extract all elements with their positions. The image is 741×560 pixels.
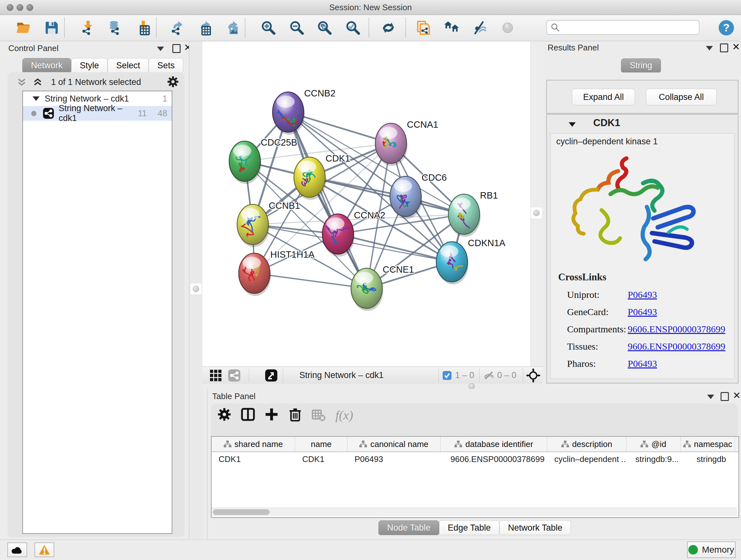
selected-checkbox-icon[interactable] — [442, 371, 452, 380]
network-row-selected[interactable]: String Network – cdk1 11 48 — [23, 106, 172, 121]
grid-view-icon[interactable] — [209, 369, 222, 382]
horizontal-splitter-handle[interactable] — [468, 383, 475, 389]
crosslink-link[interactable]: P06493 — [628, 307, 657, 317]
crosslink-row: GeneCard:P06493 — [567, 303, 730, 320]
delete-column-icon[interactable] — [288, 408, 302, 423]
network-manager-gear-icon[interactable] — [166, 75, 179, 89]
cloud-button[interactable] — [7, 543, 27, 557]
node-CCNB2[interactable]: CCNB2 — [273, 88, 335, 135]
open-in-new-window-icon[interactable] — [265, 369, 278, 382]
export-network-icon[interactable] — [168, 19, 186, 37]
open-session-icon[interactable] — [15, 19, 32, 37]
column-header-name[interactable]: name — [295, 437, 347, 451]
control-panel-collapse-icon[interactable] — [157, 47, 164, 51]
search-input[interactable] — [546, 20, 699, 35]
zoom-out-icon[interactable] — [288, 19, 306, 37]
clone-network-icon[interactable] — [414, 19, 432, 37]
node-CCNB1[interactable]: CCNB1 — [237, 200, 300, 247]
node-RB1[interactable]: RB1 — [448, 190, 498, 237]
memory-button[interactable]: Memory — [687, 542, 736, 558]
column-header-namespac[interactable]: namespac — [681, 437, 735, 451]
cell-description[interactable]: cyclin–dependent ... — [547, 454, 626, 464]
zoom-fit-content-icon[interactable] — [316, 19, 333, 37]
hidden-eye-icon[interactable] — [483, 370, 495, 381]
cell-shared-name[interactable]: CDK1 — [212, 454, 295, 464]
split-view-icon[interactable] — [241, 408, 255, 423]
cell-namespac[interactable]: stringdb — [681, 454, 735, 464]
expand-all-button[interactable]: Expand All — [572, 89, 635, 105]
node-CDC25B[interactable]: CDC25B — [229, 137, 297, 184]
tab-sets[interactable]: Sets — [149, 58, 183, 73]
network-view-canvas[interactable]: CCNB2CCNA1CDC25BCDK1CDC6RB1CCNB1CCNA2CDK… — [202, 42, 530, 367]
left-splitter[interactable] — [189, 42, 203, 539]
tree-expander-icon[interactable] — [32, 97, 40, 101]
import-network-file-icon[interactable] — [79, 19, 97, 37]
string-network-graph[interactable]: CCNB2CCNA1CDC25BCDK1CDC6RB1CCNB1CCNA2CDK… — [202, 42, 530, 367]
column-header-database-identifier[interactable]: database identifier — [441, 437, 547, 451]
crosslink-link[interactable]: 9606.ENSP00000378699 — [628, 341, 725, 352]
tab-edge-table[interactable]: Edge Table — [439, 520, 499, 535]
save-session-icon[interactable] — [43, 19, 61, 37]
table-hscrollbar-thumb[interactable] — [213, 509, 270, 515]
node-CDC6[interactable]: CDC6 — [390, 172, 447, 219]
tab-node-table[interactable]: Node Table — [379, 520, 439, 535]
tab-string[interactable]: String — [621, 58, 661, 72]
results-panel-float-icon[interactable] — [720, 44, 728, 52]
node-CDKN1A[interactable]: CDKN1A — [436, 238, 506, 285]
results-panel-collapse-icon[interactable] — [706, 46, 713, 51]
table-panel-collapse-icon[interactable] — [707, 395, 714, 399]
network-right-splitter-handle[interactable] — [531, 207, 542, 219]
zoom-selected-icon[interactable] — [344, 19, 362, 37]
crosslink-link[interactable]: 9606.ENSP00000378699 — [628, 324, 725, 334]
delete-table-icon[interactable] — [312, 408, 326, 423]
cell--id[interactable]: stringdb:9... — [626, 454, 681, 464]
crosslink-link[interactable]: P06493 — [628, 358, 657, 369]
node-CCNE1[interactable]: CCNE1 — [351, 264, 414, 311]
birdseye-view-icon[interactable] — [526, 368, 541, 383]
table-row[interactable]: CDK1CDK1P064939606.ENSP00000378699cyclin… — [212, 452, 738, 466]
table-panel-close-icon[interactable]: ✕ — [733, 391, 741, 400]
left-splitter-handle[interactable] — [191, 284, 201, 294]
network-manager: 1 of 1 Network selected String Network –… — [8, 72, 185, 537]
warning-button[interactable] — [35, 543, 54, 557]
cell-canonical-name[interactable]: P06493 — [347, 454, 441, 464]
collapse-all-button[interactable]: Collapse All — [646, 89, 717, 105]
edge-CCNB2-CCNE1[interactable] — [288, 112, 367, 288]
hide-selected-icon[interactable] — [471, 19, 488, 37]
import-network-database-icon[interactable] — [106, 19, 124, 37]
show-hidden-icon[interactable] — [499, 19, 517, 37]
zoom-in-icon[interactable] — [259, 19, 277, 37]
function-builder-icon[interactable]: f(x) — [335, 408, 353, 423]
cell-name[interactable]: CDK1 — [295, 454, 347, 464]
horizontal-splitter[interactable] — [202, 384, 741, 389]
gene-card-collapse-icon[interactable] — [569, 122, 576, 127]
column-header-canonical-name[interactable]: canonical name — [347, 437, 441, 451]
table-settings-icon[interactable] — [217, 408, 231, 423]
export-table-icon[interactable] — [196, 19, 213, 37]
add-column-icon[interactable] — [265, 408, 279, 423]
export-image-icon[interactable] — [223, 19, 241, 37]
results-panel-close-icon[interactable]: ✕ — [732, 43, 740, 51]
edge-HIST1H1A-CCNE1[interactable] — [254, 273, 367, 288]
column-header--id[interactable]: @id — [626, 437, 681, 451]
tab-network[interactable]: Network — [22, 58, 71, 73]
crosslink-link[interactable]: P06493 — [628, 289, 657, 300]
show-all-networks-icon[interactable] — [443, 19, 461, 37]
refresh-icon[interactable] — [380, 19, 397, 37]
title-bar: Session: New Session — [0, 0, 741, 15]
tab-select[interactable]: Select — [108, 58, 149, 73]
node-HIST1H1A[interactable]: HIST1H1A — [239, 249, 315, 296]
network-right-splitter[interactable] — [530, 42, 543, 367]
import-table-file-icon[interactable] — [134, 19, 152, 37]
cell-database-identifier[interactable]: 9606.ENSP00000378699 — [441, 454, 547, 464]
tab-network-table[interactable]: Network Table — [499, 520, 571, 535]
column-header-description[interactable]: description — [547, 437, 626, 451]
network-share-view-icon[interactable] — [228, 369, 241, 382]
help-button[interactable]: ? — [718, 19, 735, 37]
column-header-shared-name[interactable]: shared name — [212, 437, 295, 451]
node-CDK1[interactable]: CDK1 — [294, 153, 350, 200]
control-panel-float-icon[interactable] — [172, 44, 181, 53]
tab-style[interactable]: Style — [71, 58, 108, 73]
table-hscrollbar[interactable] — [212, 508, 737, 516]
table-panel-float-icon[interactable] — [721, 392, 729, 401]
